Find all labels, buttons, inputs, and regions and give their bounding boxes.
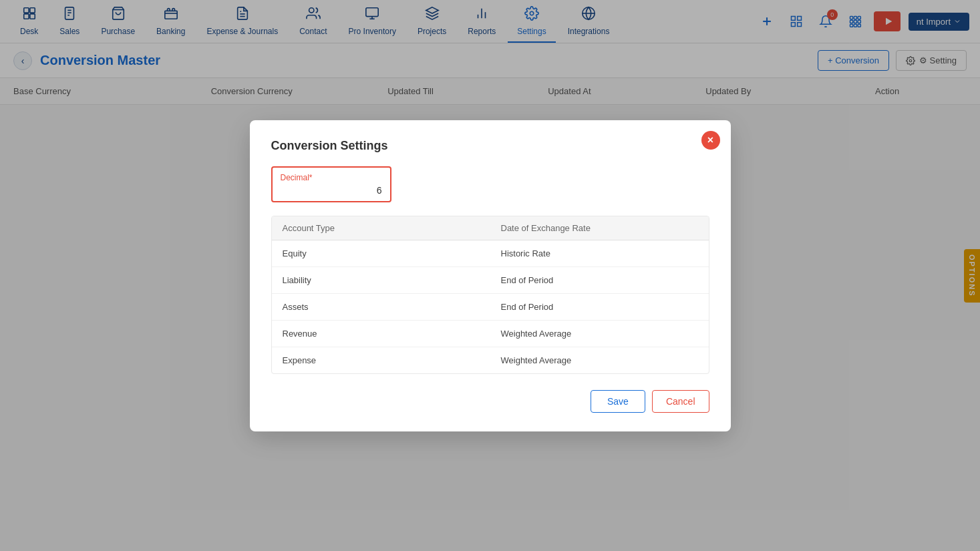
exchange-rate-revenue: Weighted Average <box>490 321 709 347</box>
account-type-revenue: Revenue <box>272 321 490 347</box>
modal-close-button[interactable]: × <box>701 131 720 150</box>
table-row: Equity Historic Rate <box>272 240 709 267</box>
header-account-type: Account Type <box>272 216 490 240</box>
exchange-rate-assets: End of Period <box>490 294 709 320</box>
account-type-expense: Expense <box>272 347 490 373</box>
modal-title: Conversion Settings <box>271 139 709 153</box>
decimal-label: Decimal* <box>281 173 382 182</box>
header-date-exchange: Date of Exchange Rate <box>490 216 709 240</box>
conversion-settings-modal: Conversion Settings × Decimal* 6 Account… <box>250 120 731 431</box>
table-row: Liability End of Period <box>272 267 709 294</box>
close-icon: × <box>707 134 713 146</box>
account-type-liability: Liability <box>272 267 490 293</box>
cancel-button[interactable]: Cancel <box>652 390 709 413</box>
table-row: Expense Weighted Average <box>272 347 709 373</box>
exchange-rate-liability: End of Period <box>490 267 709 293</box>
required-asterisk: * <box>309 173 313 182</box>
decimal-input-field[interactable]: Decimal* 6 <box>271 166 391 202</box>
account-type-table: Account Type Date of Exchange Rate Equit… <box>271 216 709 374</box>
exchange-rate-expense: Weighted Average <box>490 347 709 373</box>
inner-table-header: Account Type Date of Exchange Rate <box>272 216 709 240</box>
exchange-rate-equity: Historic Rate <box>490 240 709 266</box>
save-button[interactable]: Save <box>591 390 645 413</box>
table-row: Assets End of Period <box>272 294 709 321</box>
account-type-equity: Equity <box>272 240 490 266</box>
table-row: Revenue Weighted Average <box>272 321 709 347</box>
decimal-value: 6 <box>281 185 382 196</box>
modal-overlay: Conversion Settings × Decimal* 6 Account… <box>0 0 980 551</box>
account-type-assets: Assets <box>272 294 490 320</box>
modal-footer: Save Cancel <box>271 390 709 413</box>
